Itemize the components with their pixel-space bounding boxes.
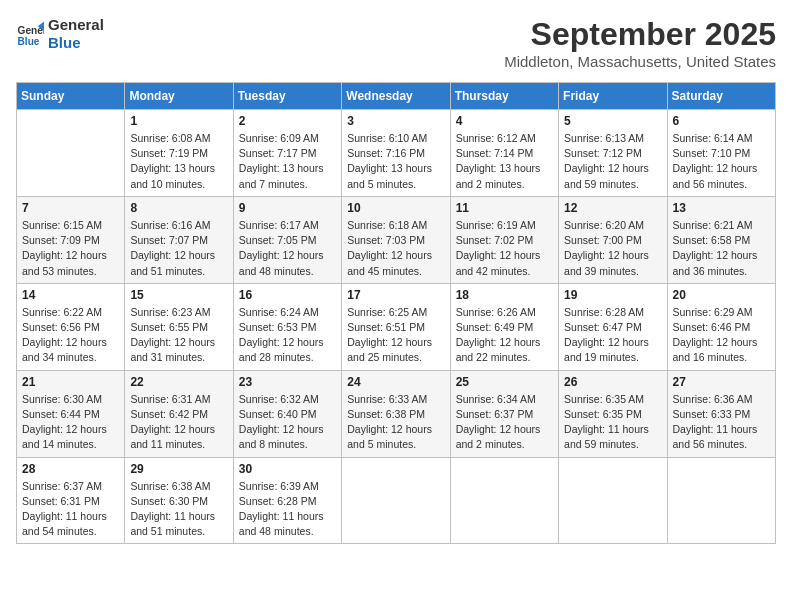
calendar-cell: 27Sunrise: 6:36 AM Sunset: 6:33 PM Dayli… [667,370,775,457]
weekday-header-wednesday: Wednesday [342,83,450,110]
calendar-cell: 25Sunrise: 6:34 AM Sunset: 6:37 PM Dayli… [450,370,558,457]
day-number: 9 [239,201,336,215]
week-row-3: 14Sunrise: 6:22 AM Sunset: 6:56 PM Dayli… [17,283,776,370]
calendar-cell: 6Sunrise: 6:14 AM Sunset: 7:10 PM Daylig… [667,110,775,197]
day-number: 29 [130,462,227,476]
day-info: Sunrise: 6:14 AM Sunset: 7:10 PM Dayligh… [673,131,770,192]
day-info: Sunrise: 6:39 AM Sunset: 6:28 PM Dayligh… [239,479,336,540]
weekday-header-tuesday: Tuesday [233,83,341,110]
calendar-cell: 17Sunrise: 6:25 AM Sunset: 6:51 PM Dayli… [342,283,450,370]
day-number: 12 [564,201,661,215]
day-info: Sunrise: 6:25 AM Sunset: 6:51 PM Dayligh… [347,305,444,366]
calendar-cell: 24Sunrise: 6:33 AM Sunset: 6:38 PM Dayli… [342,370,450,457]
day-info: Sunrise: 6:28 AM Sunset: 6:47 PM Dayligh… [564,305,661,366]
calendar-cell: 5Sunrise: 6:13 AM Sunset: 7:12 PM Daylig… [559,110,667,197]
day-info: Sunrise: 6:17 AM Sunset: 7:05 PM Dayligh… [239,218,336,279]
day-info: Sunrise: 6:38 AM Sunset: 6:30 PM Dayligh… [130,479,227,540]
weekday-header-row: SundayMondayTuesdayWednesdayThursdayFrid… [17,83,776,110]
day-number: 13 [673,201,770,215]
day-info: Sunrise: 6:16 AM Sunset: 7:07 PM Dayligh… [130,218,227,279]
day-number: 26 [564,375,661,389]
calendar-cell: 23Sunrise: 6:32 AM Sunset: 6:40 PM Dayli… [233,370,341,457]
day-info: Sunrise: 6:35 AM Sunset: 6:35 PM Dayligh… [564,392,661,453]
calendar-cell: 9Sunrise: 6:17 AM Sunset: 7:05 PM Daylig… [233,196,341,283]
day-number: 15 [130,288,227,302]
day-number: 25 [456,375,553,389]
day-info: Sunrise: 6:22 AM Sunset: 6:56 PM Dayligh… [22,305,119,366]
location-subtitle: Middleton, Massachusetts, United States [504,53,776,70]
page-header: General Blue General Blue September 2025… [16,16,776,70]
weekday-header-friday: Friday [559,83,667,110]
day-number: 11 [456,201,553,215]
calendar-cell [450,457,558,544]
day-info: Sunrise: 6:12 AM Sunset: 7:14 PM Dayligh… [456,131,553,192]
calendar-cell: 8Sunrise: 6:16 AM Sunset: 7:07 PM Daylig… [125,196,233,283]
calendar-table: SundayMondayTuesdayWednesdayThursdayFrid… [16,82,776,544]
day-number: 30 [239,462,336,476]
day-number: 27 [673,375,770,389]
day-number: 28 [22,462,119,476]
week-row-2: 7Sunrise: 6:15 AM Sunset: 7:09 PM Daylig… [17,196,776,283]
day-number: 8 [130,201,227,215]
day-info: Sunrise: 6:30 AM Sunset: 6:44 PM Dayligh… [22,392,119,453]
calendar-cell: 18Sunrise: 6:26 AM Sunset: 6:49 PM Dayli… [450,283,558,370]
day-info: Sunrise: 6:19 AM Sunset: 7:02 PM Dayligh… [456,218,553,279]
day-number: 5 [564,114,661,128]
day-number: 18 [456,288,553,302]
day-info: Sunrise: 6:37 AM Sunset: 6:31 PM Dayligh… [22,479,119,540]
day-info: Sunrise: 6:21 AM Sunset: 6:58 PM Dayligh… [673,218,770,279]
calendar-cell: 29Sunrise: 6:38 AM Sunset: 6:30 PM Dayli… [125,457,233,544]
calendar-cell [559,457,667,544]
month-title: September 2025 [504,16,776,53]
calendar-cell: 19Sunrise: 6:28 AM Sunset: 6:47 PM Dayli… [559,283,667,370]
svg-text:Blue: Blue [18,36,40,47]
day-info: Sunrise: 6:24 AM Sunset: 6:53 PM Dayligh… [239,305,336,366]
day-info: Sunrise: 6:09 AM Sunset: 7:17 PM Dayligh… [239,131,336,192]
calendar-cell: 11Sunrise: 6:19 AM Sunset: 7:02 PM Dayli… [450,196,558,283]
logo-icon: General Blue [16,20,44,48]
title-block: September 2025 Middleton, Massachusetts,… [504,16,776,70]
logo-line1: General [48,16,104,34]
day-info: Sunrise: 6:31 AM Sunset: 6:42 PM Dayligh… [130,392,227,453]
day-info: Sunrise: 6:08 AM Sunset: 7:19 PM Dayligh… [130,131,227,192]
calendar-cell: 2Sunrise: 6:09 AM Sunset: 7:17 PM Daylig… [233,110,341,197]
day-number: 19 [564,288,661,302]
week-row-5: 28Sunrise: 6:37 AM Sunset: 6:31 PM Dayli… [17,457,776,544]
day-info: Sunrise: 6:26 AM Sunset: 6:49 PM Dayligh… [456,305,553,366]
calendar-cell: 20Sunrise: 6:29 AM Sunset: 6:46 PM Dayli… [667,283,775,370]
day-number: 14 [22,288,119,302]
day-info: Sunrise: 6:23 AM Sunset: 6:55 PM Dayligh… [130,305,227,366]
calendar-cell: 14Sunrise: 6:22 AM Sunset: 6:56 PM Dayli… [17,283,125,370]
day-info: Sunrise: 6:10 AM Sunset: 7:16 PM Dayligh… [347,131,444,192]
day-number: 24 [347,375,444,389]
day-number: 7 [22,201,119,215]
day-number: 1 [130,114,227,128]
logo: General Blue General Blue [16,16,104,52]
calendar-cell: 28Sunrise: 6:37 AM Sunset: 6:31 PM Dayli… [17,457,125,544]
logo-line2: Blue [48,34,104,52]
weekday-header-monday: Monday [125,83,233,110]
day-number: 22 [130,375,227,389]
calendar-cell: 7Sunrise: 6:15 AM Sunset: 7:09 PM Daylig… [17,196,125,283]
day-info: Sunrise: 6:15 AM Sunset: 7:09 PM Dayligh… [22,218,119,279]
calendar-cell [342,457,450,544]
day-number: 4 [456,114,553,128]
day-number: 10 [347,201,444,215]
calendar-cell: 10Sunrise: 6:18 AM Sunset: 7:03 PM Dayli… [342,196,450,283]
calendar-cell: 4Sunrise: 6:12 AM Sunset: 7:14 PM Daylig… [450,110,558,197]
calendar-cell: 21Sunrise: 6:30 AM Sunset: 6:44 PM Dayli… [17,370,125,457]
day-number: 23 [239,375,336,389]
day-number: 6 [673,114,770,128]
day-info: Sunrise: 6:34 AM Sunset: 6:37 PM Dayligh… [456,392,553,453]
calendar-cell: 15Sunrise: 6:23 AM Sunset: 6:55 PM Dayli… [125,283,233,370]
day-info: Sunrise: 6:33 AM Sunset: 6:38 PM Dayligh… [347,392,444,453]
week-row-4: 21Sunrise: 6:30 AM Sunset: 6:44 PM Dayli… [17,370,776,457]
calendar-cell: 22Sunrise: 6:31 AM Sunset: 6:42 PM Dayli… [125,370,233,457]
calendar-cell: 16Sunrise: 6:24 AM Sunset: 6:53 PM Dayli… [233,283,341,370]
calendar-cell: 12Sunrise: 6:20 AM Sunset: 7:00 PM Dayli… [559,196,667,283]
weekday-header-saturday: Saturday [667,83,775,110]
weekday-header-thursday: Thursday [450,83,558,110]
calendar-cell: 3Sunrise: 6:10 AM Sunset: 7:16 PM Daylig… [342,110,450,197]
day-info: Sunrise: 6:20 AM Sunset: 7:00 PM Dayligh… [564,218,661,279]
day-info: Sunrise: 6:13 AM Sunset: 7:12 PM Dayligh… [564,131,661,192]
